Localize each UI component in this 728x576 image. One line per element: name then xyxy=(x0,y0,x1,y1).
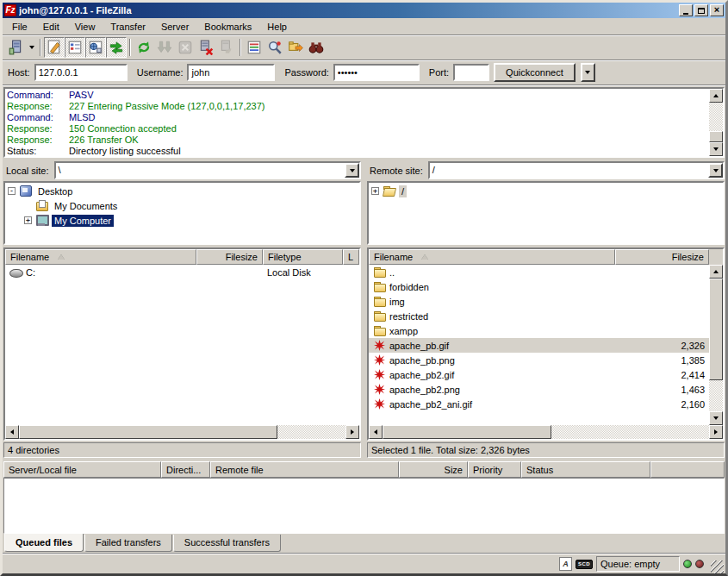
disconnect-button[interactable] xyxy=(196,37,216,58)
remote-file-row[interactable]: apache_pb2.gif 2,414 xyxy=(369,367,709,382)
tree-item-label[interactable]: / xyxy=(399,185,407,197)
remote-file-row[interactable]: .. xyxy=(369,265,709,279)
remote-file-row[interactable]: apache_pb2_ani.gif 2,160 xyxy=(369,397,709,411)
scrollbar-thumb[interactable] xyxy=(383,425,551,439)
find-files-button[interactable] xyxy=(306,37,327,58)
tree-expander-icon[interactable]: + xyxy=(24,216,32,224)
scroll-up-button[interactable] xyxy=(709,89,723,103)
queue-status-text: Queue: empty xyxy=(600,559,660,569)
local-tree-item[interactable]: + My Computer xyxy=(5,213,359,228)
cancel-button[interactable] xyxy=(175,37,196,58)
toggle-local-tree-button[interactable] xyxy=(65,37,85,58)
column-header-filename[interactable]: Filename xyxy=(5,249,196,265)
remote-file-row[interactable]: apache_pb.gif 2,326 xyxy=(369,338,709,353)
remote-file-row[interactable]: xampp xyxy=(369,323,709,338)
scrollbar-thumb[interactable] xyxy=(709,279,723,380)
local-tree-item[interactable]: - Desktop xyxy=(5,184,359,198)
scrollbar-thumb[interactable] xyxy=(19,425,277,439)
site-manager-button[interactable] xyxy=(5,37,26,58)
column-header-size[interactable]: Size xyxy=(399,461,468,478)
remote-file-row[interactable]: img xyxy=(369,294,709,309)
directory-comparison-button[interactable] xyxy=(264,37,285,58)
remote-file-row[interactable]: forbidden xyxy=(369,279,709,294)
process-queue-button[interactable] xyxy=(154,37,175,58)
remote-vertical-scrollbar[interactable] xyxy=(709,265,723,425)
menu-item[interactable]: Transfer xyxy=(103,20,153,34)
column-header-filesize[interactable]: Filesize xyxy=(196,249,263,265)
local-site-dropdown[interactable] xyxy=(345,163,359,178)
remote-site-combo[interactable]: / xyxy=(428,161,725,179)
toggle-transfer-queue-button[interactable] xyxy=(106,37,127,58)
queue-tab[interactable]: Successful transfers xyxy=(173,535,281,552)
reconnect-button[interactable] xyxy=(216,37,237,58)
log-vertical-scrollbar[interactable] xyxy=(709,89,723,156)
toggle-message-log-button[interactable] xyxy=(44,37,65,58)
scroll-left-button[interactable] xyxy=(369,425,383,439)
title-bar[interactable]: Fz john@127.0.0.1 - FileZilla × xyxy=(3,3,725,18)
refresh-button[interactable] xyxy=(134,37,154,58)
transfer-type-indicator-icon[interactable]: A xyxy=(559,557,572,571)
scroll-down-button[interactable] xyxy=(709,142,723,156)
scroll-up-button[interactable] xyxy=(709,265,723,279)
scrollbar-thumb[interactable] xyxy=(709,131,723,142)
site-manager-dropdown[interactable] xyxy=(26,37,37,58)
remote-tree-item[interactable]: + / xyxy=(369,184,723,198)
port-input[interactable] xyxy=(453,64,489,81)
column-header-filename[interactable]: Filename xyxy=(369,249,615,265)
remote-file-row[interactable]: apache_pb2.png 1,463 xyxy=(369,382,709,397)
scroll-left-button[interactable] xyxy=(5,425,19,439)
pane-splitter[interactable] xyxy=(361,161,367,458)
column-header-direction[interactable]: Directi... xyxy=(161,461,210,478)
remote-file-row[interactable]: apache_pb.png 1,385 xyxy=(369,353,709,367)
column-header-server-local-file[interactable]: Server/Local file xyxy=(3,461,161,478)
host-input[interactable] xyxy=(34,64,128,81)
username-input[interactable] xyxy=(187,64,275,81)
tree-item-label[interactable]: My Computer xyxy=(52,215,114,227)
tree-expander-icon[interactable]: - xyxy=(8,187,16,195)
menu-item[interactable]: Server xyxy=(153,20,196,34)
menu-item[interactable]: Help xyxy=(259,20,295,34)
tree-expander-icon[interactable]: + xyxy=(371,187,379,195)
remote-site-dropdown[interactable] xyxy=(708,163,723,178)
local-horizontal-scrollbar[interactable] xyxy=(5,425,359,439)
scroll-down-button[interactable] xyxy=(709,411,723,425)
close-button[interactable]: × xyxy=(710,4,724,16)
column-header-remote-file[interactable]: Remote file xyxy=(210,461,399,478)
remote-horizontal-scrollbar[interactable] xyxy=(369,425,723,439)
local-site-combo[interactable]: \ xyxy=(54,161,361,179)
menu-item[interactable]: File xyxy=(4,20,35,34)
column-header-status[interactable]: Status xyxy=(521,461,650,478)
indicator-badge-icon[interactable]: SCD xyxy=(576,560,593,569)
quickconnect-bar: Host: Username: Password: Port: Quickcon… xyxy=(3,60,725,85)
queue-body[interactable] xyxy=(3,478,725,534)
remote-file-row[interactable]: restricted xyxy=(369,309,709,323)
scroll-right-button[interactable] xyxy=(709,425,723,439)
column-header-filesize[interactable]: Filesize xyxy=(615,249,709,265)
password-input[interactable] xyxy=(333,64,420,81)
maximize-button[interactable] xyxy=(694,4,708,16)
local-file-row[interactable]: C: Local Disk xyxy=(5,265,359,279)
scroll-right-button[interactable] xyxy=(345,425,359,439)
column-header-priority[interactable]: Priority xyxy=(468,461,521,478)
menu-item[interactable]: Bookmarks xyxy=(196,20,259,34)
minimize-button[interactable] xyxy=(679,4,693,16)
directory-listing-filters-button[interactable] xyxy=(244,37,264,58)
menu-item[interactable]: Edit xyxy=(35,20,67,34)
toggle-remote-tree-button[interactable] xyxy=(85,37,106,58)
quickconnect-button[interactable]: Quickconnect xyxy=(494,63,576,82)
file-name: forbidden xyxy=(389,282,429,292)
queue-tab[interactable]: Queued files xyxy=(4,534,84,552)
quickconnect-dropdown[interactable] xyxy=(581,63,595,82)
tree-item-label[interactable]: My Documents xyxy=(52,200,120,212)
file-size: 2,326 xyxy=(615,341,709,351)
menu-item[interactable]: View xyxy=(67,20,103,34)
resize-grip[interactable] xyxy=(711,560,724,573)
column-header-filetype[interactable]: Filetype xyxy=(263,249,343,265)
remote-site-value[interactable]: / xyxy=(430,163,708,178)
local-tree-item[interactable]: My Documents xyxy=(5,198,359,213)
tree-item-label[interactable]: Desktop xyxy=(35,185,75,197)
queue-tab[interactable]: Failed transfers xyxy=(84,535,172,552)
synchronized-browsing-button[interactable] xyxy=(285,37,306,58)
column-header-last-modified[interactable]: L xyxy=(343,249,359,265)
local-site-value[interactable]: \ xyxy=(56,163,345,178)
